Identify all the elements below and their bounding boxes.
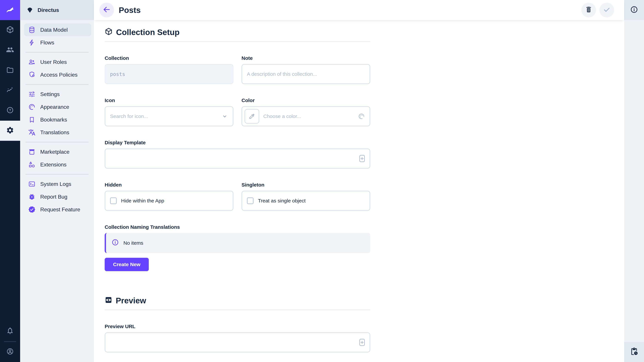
files-module-button[interactable] bbox=[0, 60, 20, 80]
module-bar: ? bbox=[0, 0, 20, 362]
tune-icon bbox=[28, 90, 36, 98]
sidebar-item-data-model[interactable]: Data Model bbox=[24, 23, 91, 36]
project-header[interactable]: Directus bbox=[20, 0, 94, 20]
note-input-wrapper bbox=[242, 64, 370, 84]
sidebar-item-label: Data Model bbox=[40, 27, 68, 33]
check-icon bbox=[603, 5, 611, 15]
arrow-back-icon bbox=[103, 5, 111, 15]
preview-form: Preview URL bbox=[105, 324, 370, 353]
checkbox-label: Hide within the App bbox=[121, 198, 164, 204]
preview-url-input-wrapper bbox=[105, 332, 370, 353]
sidebar-item-flows[interactable]: Flows bbox=[24, 36, 91, 49]
color-input[interactable] bbox=[263, 113, 355, 119]
sidebar-item-label: Settings bbox=[40, 91, 60, 97]
singleton-checkbox-field[interactable]: Treat as single object bbox=[242, 191, 370, 211]
project-icon bbox=[26, 6, 34, 14]
info-sidebar-button[interactable] bbox=[630, 5, 638, 15]
palette-icon[interactable] bbox=[358, 113, 365, 120]
help-module-button[interactable]: ? bbox=[0, 100, 20, 121]
account-circle-icon bbox=[6, 348, 14, 357]
eyedropper-button[interactable] bbox=[244, 109, 259, 124]
note-input[interactable] bbox=[247, 71, 365, 77]
add-field-icon[interactable] bbox=[359, 155, 365, 162]
right-sidebar-footer bbox=[624, 342, 644, 362]
sidebar-item-user-roles[interactable]: User Roles bbox=[24, 56, 91, 68]
sidebar-item-label: Marketplace bbox=[40, 149, 70, 155]
sidebar-item-label: Bookmarks bbox=[40, 117, 67, 123]
singleton-checkbox[interactable] bbox=[247, 197, 254, 204]
color-field: Color bbox=[242, 97, 370, 126]
insights-module-button[interactable] bbox=[0, 80, 20, 100]
right-sidebar bbox=[624, 0, 644, 362]
note-field: Note bbox=[242, 55, 370, 84]
collection-input-wrapper bbox=[105, 64, 234, 84]
collection-setup-heading: Collection Setup bbox=[105, 27, 624, 37]
notifications-button[interactable] bbox=[0, 321, 20, 341]
cube-icon bbox=[105, 27, 113, 37]
rabbit-logo-icon bbox=[5, 5, 15, 15]
preview-section: Preview Preview URL bbox=[105, 296, 624, 353]
page-header: Posts bbox=[94, 0, 624, 20]
content-module-button[interactable] bbox=[0, 20, 20, 40]
empty-notice: No items bbox=[105, 233, 370, 253]
sidebar-divider bbox=[26, 174, 88, 175]
app-window: ? Directus Data Model Flows bbox=[0, 0, 644, 362]
display-template-field: Display Template bbox=[105, 140, 370, 169]
people-icon bbox=[6, 46, 14, 55]
sidebar-item-label: Extensions bbox=[40, 162, 66, 168]
sidebar-item-translations[interactable]: Translations bbox=[24, 126, 91, 139]
hidden-checkbox[interactable] bbox=[110, 197, 117, 204]
user-avatar-button[interactable] bbox=[0, 342, 20, 362]
directus-logo[interactable] bbox=[0, 0, 20, 20]
field-row: Hidden Hide within the App Singleton Tre… bbox=[105, 182, 370, 211]
field-label: Singleton bbox=[242, 182, 370, 188]
bolt-icon bbox=[28, 39, 36, 46]
add-field-icon[interactable] bbox=[359, 339, 365, 346]
sidebar-divider bbox=[26, 52, 88, 53]
sidebar-nav-list: Data Model Flows User Roles Access Polic… bbox=[20, 20, 94, 216]
preview-url-input[interactable] bbox=[110, 340, 356, 345]
sidebar-item-label: Translations bbox=[40, 129, 69, 136]
sidebar-item-system-logs[interactable]: System Logs bbox=[24, 178, 91, 190]
sidebar-item-bookmarks[interactable]: Bookmarks bbox=[24, 113, 91, 126]
gear-icon bbox=[6, 126, 14, 135]
sidebar-item-request-feature[interactable]: Request Feature bbox=[24, 203, 91, 216]
sidebar-item-appearance[interactable]: Appearance bbox=[24, 100, 91, 113]
sidebar-item-marketplace[interactable]: Marketplace bbox=[24, 145, 91, 158]
collection-input bbox=[110, 71, 228, 77]
shapes-icon bbox=[28, 161, 36, 168]
sidebar-item-label: System Logs bbox=[40, 181, 71, 187]
pending-revisions-button[interactable] bbox=[630, 347, 638, 357]
section-divider bbox=[105, 41, 370, 42]
hidden-checkbox-field[interactable]: Hide within the App bbox=[105, 191, 234, 211]
sidebar-item-report-bug[interactable]: Report Bug bbox=[24, 190, 91, 203]
bug-icon bbox=[28, 193, 36, 200]
project-name: Directus bbox=[38, 7, 59, 13]
preview-heading: Preview bbox=[105, 296, 624, 305]
pending-actions-icon bbox=[630, 347, 638, 357]
icon-search-input[interactable] bbox=[110, 113, 219, 119]
page-body: Collection Setup Collection Note bbox=[94, 20, 624, 362]
users-module-button[interactable] bbox=[0, 40, 20, 60]
field-label: Preview URL bbox=[105, 324, 370, 329]
field-label: Hidden bbox=[105, 182, 234, 188]
chevron-down-icon[interactable] bbox=[221, 113, 228, 120]
save-button[interactable] bbox=[600, 3, 614, 17]
sidebar-item-extensions[interactable]: Extensions bbox=[24, 158, 91, 171]
sidebar: Directus Data Model Flows User Roles Acc… bbox=[20, 0, 94, 362]
field-label: Collection bbox=[105, 55, 234, 61]
display-template-input-wrapper bbox=[105, 148, 370, 169]
create-new-button[interactable]: Create New bbox=[105, 258, 149, 271]
storefront-icon bbox=[28, 148, 36, 156]
settings-module-button[interactable] bbox=[0, 121, 20, 141]
sidebar-item-label: Access Policies bbox=[40, 72, 78, 78]
module-bar-spacer bbox=[0, 141, 20, 321]
display-template-input[interactable] bbox=[110, 156, 356, 161]
delete-button[interactable] bbox=[581, 3, 596, 17]
sidebar-divider bbox=[26, 142, 88, 142]
sidebar-item-label: User Roles bbox=[40, 59, 67, 65]
help-icon: ? bbox=[6, 106, 14, 115]
sidebar-item-settings[interactable]: Settings bbox=[24, 88, 91, 100]
sidebar-item-access-policies[interactable]: Access Policies bbox=[24, 68, 91, 81]
back-button[interactable] bbox=[99, 3, 114, 17]
